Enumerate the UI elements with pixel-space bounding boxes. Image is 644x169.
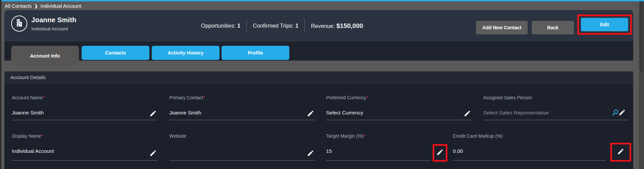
- field-label: Target Margin (%)*: [326, 133, 366, 139]
- stat-opportunities-value: 1: [237, 23, 240, 29]
- field-primary-contact: Primary Contact* Joanne Smith: [169, 95, 315, 124]
- field-underline: [12, 160, 157, 161]
- account-header: Joanne Smith Individual Account Opportun…: [4, 10, 633, 41]
- sales-person-icons: [611, 108, 626, 118]
- field-preferred-currency: Preferred Currency* Select Currency: [326, 95, 472, 124]
- required-asterisk: *: [43, 95, 45, 100]
- tab-profile[interactable]: Profile: [222, 46, 289, 60]
- vertical-scrollbar[interactable]: [639, 1, 644, 169]
- stat-confirmed-trips: Confirmed Trips:1: [247, 23, 304, 29]
- field-label: Assigned Sales Person: [483, 95, 532, 100]
- field-label-text: Website: [169, 133, 186, 139]
- back-button[interactable]: Back: [532, 21, 574, 34]
- field-label: Preferred Currency*: [326, 95, 369, 100]
- edit-pencil-icon[interactable]: [307, 149, 314, 157]
- account-details-panel: Account Details Account Name* Joanne Smi…: [4, 71, 633, 169]
- field-label-text: Display Name: [12, 133, 41, 139]
- field-label-text: Target Margin (%): [326, 133, 363, 139]
- field-value[interactable]: 0.00: [453, 148, 463, 154]
- edit-pencil-icon[interactable]: [464, 110, 471, 117]
- chevron-right-icon: ❯: [34, 4, 38, 8]
- field-underline: [169, 120, 315, 120]
- field-label: Account Name*: [12, 95, 45, 100]
- field-account-name: Account Name* Joanne Smith: [12, 95, 157, 124]
- field-label: Credit Card Markup (%): [453, 133, 503, 139]
- stat-opportunities: Opportunities:1: [195, 23, 246, 29]
- tab-bar: Account Info Contacts Activity History P…: [4, 46, 633, 61]
- annotation-red-box-target-margin: [433, 144, 447, 162]
- field-label: Primary Contact*: [169, 95, 205, 100]
- account-subtitle: Individual Account: [31, 26, 68, 31]
- header-stats: Opportunities:1 Confirmed Trips:1 Revenu…: [195, 10, 369, 41]
- field-value[interactable]: 15: [326, 148, 332, 154]
- field-underline: [326, 160, 431, 161]
- field-underline: [12, 120, 157, 120]
- stat-confirmed-trips-value: 1: [295, 23, 298, 29]
- field-label-text: Credit Card Markup (%): [453, 133, 503, 139]
- field-target-margin: Target Margin (%)* 15: [326, 133, 451, 162]
- avatar: [11, 15, 27, 32]
- field-value[interactable]: Joanne Smith: [169, 110, 201, 116]
- tab-contacts[interactable]: Contacts: [82, 46, 149, 60]
- annotation-red-box-credit-card-markup: [610, 143, 631, 162]
- add-new-contact-button[interactable]: Add New Contact: [476, 21, 528, 34]
- field-label-text: Assigned Sales Person: [483, 95, 532, 100]
- account-header-panel: Joanne Smith Individual Account Opportun…: [4, 10, 633, 61]
- scrollbar-thumb[interactable]: [640, 1, 643, 72]
- edit-pencil-icon[interactable]: [618, 109, 626, 117]
- edit-pencil-icon[interactable]: [617, 148, 624, 157]
- annotation-red-box-edit: Edit: [577, 14, 632, 35]
- top-accent-bar: [0, 0, 644, 1]
- required-asterisk: *: [367, 95, 368, 100]
- edit-button[interactable]: Edit: [581, 18, 628, 31]
- field-label: Display Name*: [12, 133, 43, 139]
- stat-revenue-value: $150,000: [336, 22, 363, 29]
- required-asterisk: *: [203, 95, 205, 100]
- field-underline: [326, 120, 472, 120]
- field-underline: [169, 160, 315, 161]
- stat-revenue: Revenue:$150,000: [305, 22, 369, 30]
- edit-pencil-icon[interactable]: [307, 110, 314, 117]
- required-asterisk: *: [41, 133, 43, 139]
- section-title: Account Details: [4, 71, 633, 83]
- tab-activity-history[interactable]: Activity History: [152, 46, 219, 60]
- stat-revenue-label: Revenue:: [311, 23, 335, 29]
- field-assigned-sales-person: Assigned Sales Person Select Sales Repre…: [483, 95, 629, 124]
- field-value[interactable]: Select Sales Representative: [483, 110, 549, 116]
- edit-pencil-icon[interactable]: [436, 148, 444, 157]
- breadcrumb-current: Individual Account: [40, 3, 81, 9]
- stat-opportunities-label: Opportunities:: [201, 23, 236, 29]
- field-underline: [453, 160, 606, 161]
- tab-account-info[interactable]: Account Info: [11, 46, 79, 66]
- edit-pencil-icon[interactable]: [149, 110, 157, 117]
- left-edge-strip: [0, 0, 1, 169]
- account-title: Joanne Smith: [31, 16, 77, 24]
- edit-pencil-icon[interactable]: [149, 149, 157, 157]
- field-credit-card-markup: Credit Card Markup (%) 0.00: [453, 133, 632, 162]
- field-label-text: Preferred Currency: [326, 95, 366, 100]
- field-label-text: Primary Contact: [169, 95, 203, 100]
- field-value[interactable]: Individual Account: [12, 148, 54, 154]
- field-value[interactable]: Joanne Smith: [12, 110, 44, 116]
- required-asterisk: *: [364, 133, 365, 139]
- breadcrumb: All Contacts ❯ Individual Account: [5, 3, 81, 9]
- field-label: Website: [169, 133, 186, 139]
- field-website: Website: [169, 133, 315, 162]
- field-value[interactable]: Select Currency: [326, 110, 363, 116]
- breadcrumb-all-contacts[interactable]: All Contacts: [5, 3, 32, 9]
- building-icon: [15, 19, 24, 29]
- field-display-name: Display Name* Individual Account: [12, 133, 157, 162]
- stat-confirmed-trips-label: Confirmed Trips:: [253, 23, 294, 29]
- field-label-text: Account Name: [12, 95, 43, 100]
- field-underline: [483, 120, 629, 120]
